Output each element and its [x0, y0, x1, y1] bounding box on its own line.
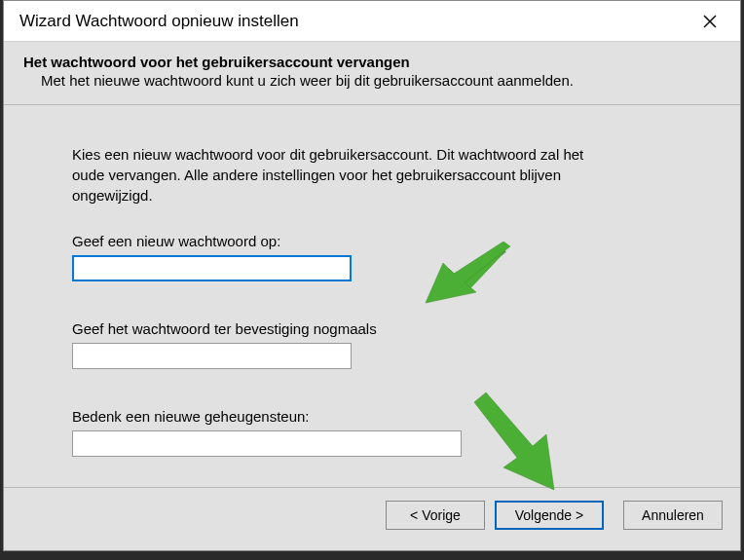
confirm-password-group: Geef het wachtwoord ter bevestiging nogm…	[72, 320, 672, 369]
wizard-dialog: Wizard Wachtwoord opnieuw instellen Het …	[3, 0, 741, 551]
hint-input[interactable]	[72, 430, 462, 457]
hint-group: Bedenk een nieuwe geheugensteun:	[72, 408, 672, 457]
confirm-password-input[interactable]	[72, 343, 352, 369]
dialog-title: Wizard Wachtwoord opnieuw instellen	[19, 12, 299, 31]
confirm-password-label: Geef het wachtwoord ter bevestiging nogm…	[72, 320, 672, 337]
wizard-header-subtitle: Met het nieuwe wachtwoord kunt u zich we…	[23, 72, 721, 89]
cancel-button[interactable]: Annuleren	[623, 501, 723, 530]
next-button[interactable]: Volgende >	[495, 501, 604, 530]
wizard-header: Het wachtwoord voor het gebruikersaccoun…	[4, 42, 740, 105]
back-button[interactable]: < Vorige	[386, 501, 485, 530]
titlebar: Wizard Wachtwoord opnieuw instellen	[4, 1, 740, 42]
wizard-header-title: Het wachtwoord voor het gebruikersaccoun…	[23, 54, 721, 70]
close-button[interactable]	[695, 7, 725, 36]
button-bar: < Vorige Volgende > Annuleren	[4, 487, 740, 541]
new-password-group: Geef een nieuw wachtwoord op:	[72, 233, 672, 281]
hint-label: Bedenk een nieuwe geheugensteun:	[72, 408, 672, 425]
new-password-label: Geef een nieuw wachtwoord op:	[72, 233, 672, 249]
close-icon	[702, 14, 718, 29]
new-password-input[interactable]	[72, 255, 352, 281]
instruction-text: Kies een nieuw wachtwoord voor dit gebru…	[72, 144, 598, 205]
wizard-content: Kies een nieuw wachtwoord voor dit gebru…	[4, 105, 740, 487]
